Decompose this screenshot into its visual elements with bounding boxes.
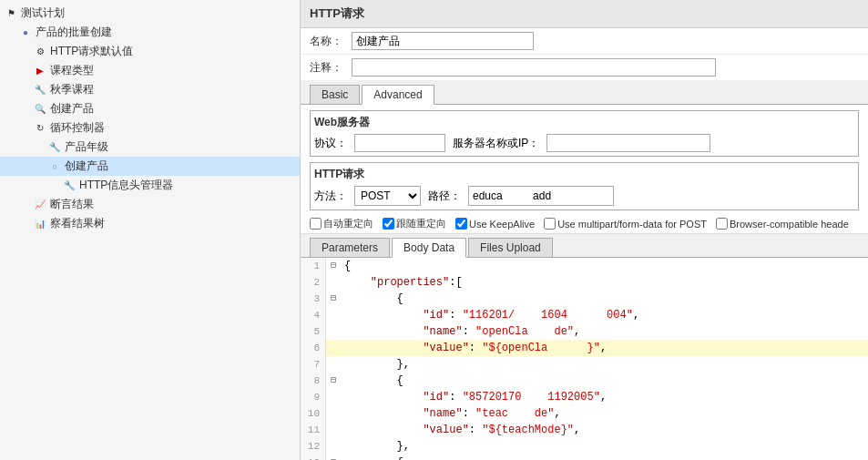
line-expand-1[interactable]: ⊟: [326, 258, 341, 274]
sidebar-item-test-plan[interactable]: ⚑测试计划: [0, 4, 300, 23]
code-line-3: 3⊟ {: [301, 291, 868, 307]
checkbox-keepalive[interactable]: Use KeepAlive: [455, 218, 535, 230]
code-line-8: 8⊟ {: [301, 373, 868, 389]
line-expand-12: [326, 438, 341, 455]
comment-input[interactable]: [352, 58, 716, 77]
sub-tab-files-upload[interactable]: Files Upload: [468, 238, 553, 257]
panel-title: HTTP请求: [301, 0, 868, 28]
code-line-4: 4 "id": "116201/ 1604 004",: [301, 307, 868, 323]
line-expand-13[interactable]: ⊟: [326, 455, 341, 460]
line-number-12: 12: [301, 438, 326, 455]
line-content-6: "value": "${openCla }",: [341, 340, 868, 356]
checkbox-input-keepalive[interactable]: [455, 218, 467, 230]
checkbox-label-follow-redirect: 跟随重定向: [396, 217, 446, 230]
protocol-label: 协议：: [314, 136, 347, 151]
code-editor[interactable]: 1⊟{2 "properties":[3⊟ {4 "id": "116201/ …: [301, 258, 868, 460]
line-expand-8[interactable]: ⊟: [326, 373, 341, 389]
code-line-5: 5 "name": "openCla de",: [301, 323, 868, 340]
checkbox-browser-compat[interactable]: Browser-compatible heade: [716, 218, 849, 230]
checkbox-label-multipart: Use multipart/form-data for POST: [557, 219, 707, 230]
server-label: 服务器名称或IP：: [453, 136, 539, 151]
checkbox-input-auto-redirect[interactable]: [310, 218, 322, 230]
protocol-input[interactable]: [354, 134, 445, 152]
sidebar-item-create-product[interactable]: 🔍创建产品: [0, 99, 300, 118]
line-expand-5: [326, 323, 341, 340]
sidebar: ⚑测试计划●产品的批量创建⚙HTTP请求默认值▶课程类型🔧秋季课程🔍创建产品↻循…: [0, 0, 301, 460]
sidebar-item-product-age[interactable]: 🔧产品年级: [0, 138, 300, 157]
wrench-icon: 🔧: [33, 83, 47, 97]
sub-tab-body-data[interactable]: Body Data: [392, 238, 466, 258]
line-content-11: "value": "${teachMode}",: [341, 422, 868, 438]
sidebar-item-label-product-batch: 产品的批量创建: [36, 25, 112, 40]
line-number-7: 7: [301, 356, 326, 373]
sidebar-item-view-result[interactable]: 📊察看结果树: [0, 214, 300, 233]
line-number-10: 10: [301, 405, 326, 422]
line-expand-4: [326, 307, 341, 323]
name-input[interactable]: [352, 32, 534, 50]
path-label: 路径：: [428, 189, 461, 204]
chart2-icon: 📊: [33, 217, 47, 231]
comment-row: 注释：: [301, 55, 868, 81]
main-panel: HTTP请求 名称： 注释： BasicAdvanced Web服务器 协议： …: [301, 0, 868, 460]
sub-tab-parameters[interactable]: Parameters: [310, 238, 390, 257]
sidebar-item-http-header[interactable]: 🔧HTTP信息头管理器: [0, 176, 300, 195]
gear-icon: ⚙: [33, 45, 47, 59]
checkbox-follow-redirect[interactable]: 跟随重定向: [383, 217, 446, 230]
tab-basic[interactable]: Basic: [310, 85, 360, 104]
checkbox-label-auto-redirect: 自动重定向: [323, 217, 373, 230]
sidebar-item-assert-result[interactable]: 📈断言结果: [0, 195, 300, 214]
code-line-2: 2 "properties":[: [301, 274, 868, 291]
sidebar-item-product-batch[interactable]: ●产品的批量创建: [0, 23, 300, 42]
sidebar-item-label-product-age: 产品年级: [65, 139, 108, 155]
code-line-11: 11 "value": "${teachMode}",: [301, 422, 868, 438]
server-input[interactable]: [546, 134, 710, 152]
checkbox-input-follow-redirect[interactable]: [383, 218, 394, 230]
line-content-13: {: [341, 455, 868, 460]
line-expand-3[interactable]: ⊟: [326, 291, 341, 307]
line-content-7: },: [341, 356, 868, 373]
line-number-5: 5: [301, 323, 326, 340]
magnifier-icon: 🔍: [33, 102, 47, 117]
circle-key-icon: ○: [47, 159, 62, 174]
checkbox-input-browser-compat[interactable]: [716, 218, 728, 230]
checkbox-label-browser-compat: Browser-compatible heade: [730, 219, 849, 230]
line-number-13: 13: [301, 455, 326, 460]
sidebar-item-label-http-default: HTTP请求默认值: [50, 44, 133, 59]
method-select[interactable]: POST GET PUT DELETE: [354, 186, 421, 206]
sub-tabs-bar: ParametersBody DataFiles Upload: [301, 234, 868, 258]
line-expand-6: [326, 340, 341, 356]
path-input[interactable]: [468, 186, 614, 206]
line-content-3: {: [341, 291, 868, 307]
sidebar-item-loop-controller[interactable]: ↻循环控制器: [0, 118, 300, 138]
web-server-section: Web服务器 协议： 服务器名称或IP：: [310, 110, 859, 157]
line-expand-11: [326, 422, 341, 438]
wrench-icon: 🔧: [47, 140, 62, 155]
sidebar-item-label-assert-result: 断言结果: [50, 197, 94, 212]
comment-label: 注释：: [310, 60, 346, 76]
sidebar-item-label-create-product: 创建产品: [50, 101, 94, 117]
line-content-10: "name": "teac de",: [341, 405, 868, 422]
checkbox-input-multipart[interactable]: [544, 218, 556, 230]
loop-icon: ↻: [33, 121, 47, 136]
checkbox-multipart[interactable]: Use multipart/form-data for POST: [544, 218, 707, 230]
sidebar-item-create-product-2[interactable]: ○创建产品: [0, 157, 300, 176]
sidebar-item-label-http-header: HTTP信息头管理器: [79, 178, 173, 193]
line-expand-10: [326, 405, 341, 422]
tab-advanced[interactable]: Advanced: [362, 85, 434, 105]
sidebar-item-course-type[interactable]: ▶课程类型: [0, 61, 300, 80]
line-content-5: "name": "openCla de",: [341, 323, 868, 340]
method-label: 方法：: [314, 189, 347, 204]
line-number-8: 8: [301, 373, 326, 389]
line-number-1: 1: [301, 258, 326, 274]
line-number-3: 3: [301, 291, 326, 307]
main-tabs-bar: BasicAdvanced: [301, 81, 868, 105]
sidebar-item-http-default[interactable]: ⚙HTTP请求默认值: [0, 42, 300, 61]
http-request-section: HTTP请求 方法： POST GET PUT DELETE 路径：: [310, 162, 859, 210]
flag-icon: ⚑: [4, 6, 18, 21]
checkbox-auto-redirect[interactable]: 自动重定向: [310, 217, 373, 230]
sidebar-item-label-view-result: 察看结果树: [50, 216, 105, 231]
sidebar-item-autumn-course[interactable]: 🔧秋季课程: [0, 80, 300, 99]
code-line-1: 1⊟{: [301, 258, 868, 274]
sidebar-item-label-loop-controller: 循环控制器: [50, 120, 105, 136]
checkboxes-row: 自动重定向跟随重定向Use KeepAliveUse multipart/for…: [301, 214, 868, 234]
